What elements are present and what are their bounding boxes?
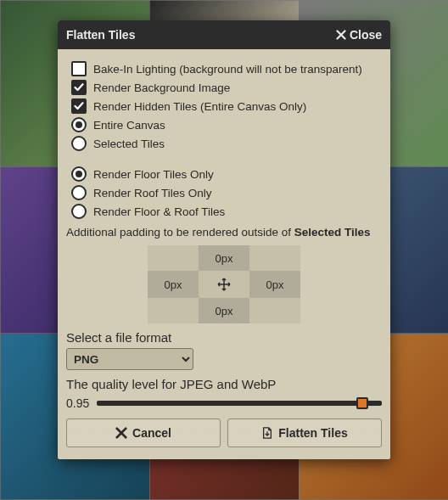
flatten-button[interactable]: Flatten Tiles xyxy=(227,419,382,447)
dialog-title: Flatten Tiles xyxy=(66,28,135,42)
padding-right-input[interactable]: 0px xyxy=(249,271,300,298)
bake-lighting-checkbox[interactable] xyxy=(71,61,87,76)
scope-selected-radio[interactable] xyxy=(71,136,87,151)
padding-bottom-value: 0px xyxy=(216,305,233,317)
file-export-icon xyxy=(261,427,273,439)
render-hidden-checkbox[interactable] xyxy=(71,98,87,114)
padding-left-value: 0px xyxy=(165,278,182,291)
close-label: Close xyxy=(350,28,382,42)
render-background-checkbox[interactable] xyxy=(71,80,87,95)
scope-entire-radio[interactable] xyxy=(71,117,87,132)
check-icon xyxy=(74,101,84,111)
padding-center xyxy=(199,271,249,298)
render-background-label: Render Background Image xyxy=(93,81,230,94)
layers-roof-radio[interactable] xyxy=(71,185,87,200)
move-icon xyxy=(217,278,231,291)
scope-selected-label: Selected Tiles xyxy=(93,138,165,150)
layers-roof-label: Render Roof Tiles Only xyxy=(93,187,212,199)
padding-prefix: Additional padding to be rendered outsid… xyxy=(66,226,294,239)
close-icon xyxy=(115,427,127,439)
cancel-label: Cancel xyxy=(132,426,171,440)
padding-top-value: 0px xyxy=(216,252,233,265)
close-button[interactable]: Close xyxy=(336,28,382,42)
layers-floor-roof-radio[interactable] xyxy=(71,204,87,219)
quality-value: 0.95 xyxy=(66,396,92,410)
layers-floor-roof-label: Render Floor & Roof Tiles xyxy=(93,205,225,218)
render-hidden-label: Render Hidden Tiles (Entire Canvas Only) xyxy=(93,100,306,113)
close-icon xyxy=(336,30,346,40)
padding-bold: Selected Tiles xyxy=(294,226,371,239)
layers-floor-radio[interactable] xyxy=(71,166,87,182)
quality-label: The quality level for JPEG and WebP xyxy=(66,377,382,391)
padding-label: Additional padding to be rendered outsid… xyxy=(66,226,382,239)
bake-lighting-label: Bake-In Lighting (background will not be… xyxy=(93,63,362,76)
layers-floor-label: Render Floor Tiles Only xyxy=(93,168,214,181)
quality-slider[interactable] xyxy=(97,401,382,406)
padding-bottom-input[interactable]: 0px xyxy=(199,298,249,323)
padding-right-value: 0px xyxy=(266,278,284,291)
padding-grid: 0px 0px 0px 0px xyxy=(148,245,300,323)
format-label: Select a file format xyxy=(66,330,382,345)
padding-left-input[interactable]: 0px xyxy=(148,271,199,298)
dialog-titlebar: Flatten Tiles Close xyxy=(58,20,390,49)
flatten-label: Flatten Tiles xyxy=(278,426,347,440)
cancel-button[interactable]: Cancel xyxy=(66,419,221,447)
scope-entire-label: Entire Canvas xyxy=(93,119,165,132)
format-select[interactable]: PNG xyxy=(66,348,193,370)
padding-top-input[interactable]: 0px xyxy=(199,245,249,271)
check-icon xyxy=(74,82,84,93)
flatten-tiles-dialog: Flatten Tiles Close Bake-In Lighting (ba… xyxy=(58,20,390,459)
